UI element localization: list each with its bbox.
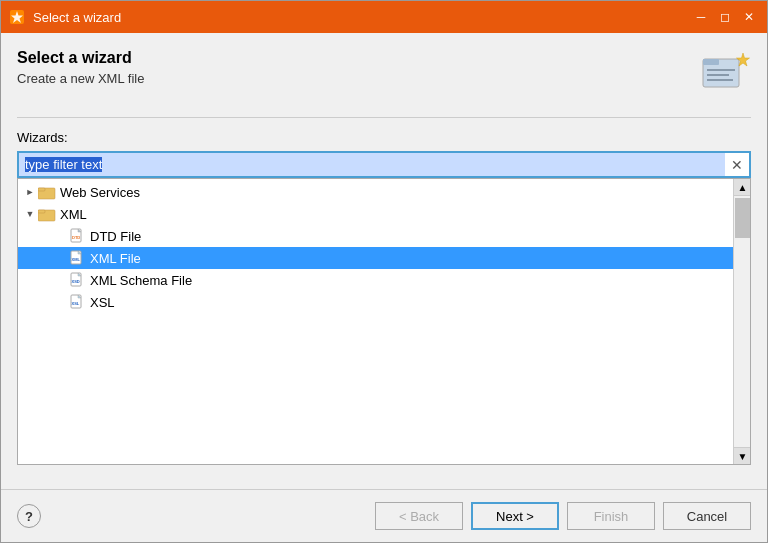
footer: ? < Back Next > Finish Cancel: [1, 490, 767, 542]
tree-inner: ► Web Services ▼ XML: [18, 179, 750, 315]
finish-button[interactable]: Finish: [567, 502, 655, 530]
tree-item-label-xsl: XSL: [90, 295, 115, 310]
scrollbar-up-button[interactable]: ▲: [734, 179, 751, 196]
header-section: Select a wizard Create a new XML file: [17, 49, 751, 101]
search-bar: ✕: [17, 151, 751, 178]
dialog-window: Select a wizard ─ ◻ ✕ Select a wizard Cr…: [0, 0, 768, 543]
back-button[interactable]: < Back: [375, 502, 463, 530]
next-button[interactable]: Next >: [471, 502, 559, 530]
header-divider: [17, 117, 751, 118]
svg-rect-3: [703, 59, 719, 65]
tree-item-label-xmlfile: XML File: [90, 251, 141, 266]
tree-item-web-services[interactable]: ► Web Services: [18, 181, 733, 203]
close-button[interactable]: ✕: [739, 7, 759, 27]
tree-scrollbar[interactable]: ▲ ▼: [733, 179, 750, 464]
tree-item-label-xmlschema: XML Schema File: [90, 273, 192, 288]
svg-text:DTD: DTD: [72, 235, 80, 240]
footer-left: ?: [17, 504, 41, 528]
svg-rect-6: [707, 79, 733, 81]
search-input[interactable]: [19, 153, 725, 176]
svg-rect-5: [707, 74, 729, 76]
tree-item-label-xml: XML: [60, 207, 87, 222]
tree-item-xsl[interactable]: ► XSL XSL: [18, 291, 733, 313]
scrollbar-down-button[interactable]: ▼: [734, 447, 751, 464]
file-icon-xmlschema: XSD: [70, 272, 86, 288]
svg-rect-11: [38, 210, 45, 213]
svg-text:XSL: XSL: [72, 301, 80, 306]
content-area: Select a wizard Create a new XML file Wi…: [1, 33, 767, 481]
folder-icon-xml: [38, 206, 56, 222]
new-file-wizard-icon: [699, 49, 751, 101]
titlebar: Select a wizard ─ ◻ ✕: [1, 1, 767, 33]
svg-rect-4: [707, 69, 735, 71]
tree-item-label-web-services: Web Services: [60, 185, 140, 200]
minimize-button[interactable]: ─: [691, 7, 711, 27]
footer-right: < Back Next > Finish Cancel: [375, 502, 751, 530]
header-subtitle: Create a new XML file: [17, 71, 144, 86]
header-text: Select a wizard Create a new XML file: [17, 49, 144, 86]
maximize-button[interactable]: ◻: [715, 7, 735, 27]
file-icon-xmlfile: XML: [70, 250, 86, 266]
file-icon-dtd: DTD: [70, 228, 86, 244]
svg-text:XML: XML: [72, 257, 81, 262]
folder-icon-web-services: [38, 184, 56, 200]
titlebar-title: Select a wizard: [33, 10, 683, 25]
tree-item-xml-file[interactable]: ► XML XML File: [18, 247, 733, 269]
header-title: Select a wizard: [17, 49, 144, 67]
help-button[interactable]: ?: [17, 504, 41, 528]
titlebar-controls: ─ ◻ ✕: [691, 7, 759, 27]
tree-item-xml-schema[interactable]: ► XSD XML Schema File: [18, 269, 733, 291]
expand-arrow-xml: ▼: [22, 206, 38, 222]
tree-item-label-dtd: DTD File: [90, 229, 141, 244]
titlebar-icon: [9, 9, 25, 25]
wizards-label: Wizards:: [17, 130, 751, 145]
tree-item-xml[interactable]: ▼ XML: [18, 203, 733, 225]
scrollbar-thumb[interactable]: [735, 198, 750, 238]
cancel-button[interactable]: Cancel: [663, 502, 751, 530]
search-clear-button[interactable]: ✕: [725, 156, 749, 174]
svg-rect-9: [38, 188, 45, 191]
expand-arrow-web-services: ►: [22, 184, 38, 200]
tree-container[interactable]: ► Web Services ▼ XML: [17, 178, 751, 465]
svg-text:XSD: XSD: [72, 279, 80, 284]
file-icon-xsl: XSL: [70, 294, 86, 310]
tree-item-dtd-file[interactable]: ► DTD DTD File: [18, 225, 733, 247]
